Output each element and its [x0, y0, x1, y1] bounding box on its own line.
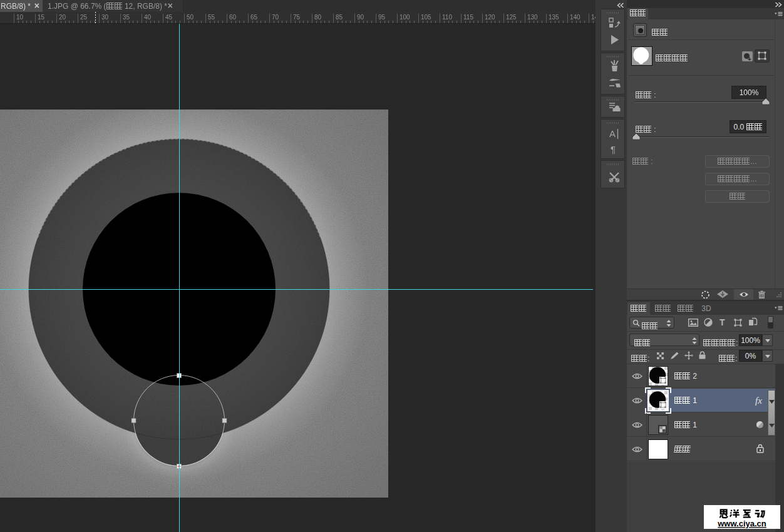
svg-text:A: A [609, 128, 616, 139]
svg-text:¶: ¶ [611, 145, 616, 155]
svg-text:www.ciya.cn: www.ciya.cn [717, 519, 766, 528]
